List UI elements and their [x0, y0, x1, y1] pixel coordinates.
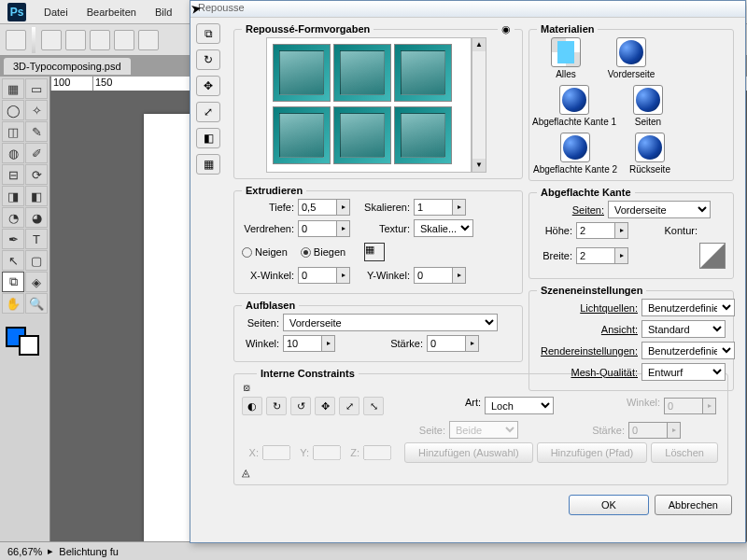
verdrehen-input[interactable] [298, 220, 337, 237]
radio-neigen[interactable]: Neigen [242, 246, 288, 258]
skalieren-input[interactable] [414, 199, 453, 216]
kante-seiten-select[interactable]: Vorderseite [608, 201, 711, 218]
preset-4[interactable] [273, 106, 331, 164]
shape-tool[interactable]: ▢ [25, 250, 48, 271]
preset-6[interactable] [394, 106, 452, 164]
mat-bevel2[interactable]: Abgeflachte Kante 2 [537, 133, 613, 175]
textur-select[interactable]: Skalie... [414, 219, 473, 237]
mat-bevel1[interactable]: Abgeflachte Kante 1 [537, 85, 612, 127]
vtool-5[interactable]: ◧ [196, 128, 220, 148]
path-tool[interactable]: ↖ [2, 250, 24, 271]
preset-scrollbar[interactable]: ▲▼ [472, 37, 486, 173]
opt-3[interactable] [65, 30, 86, 50]
brush-tool[interactable]: ✐ [25, 143, 48, 163]
hand-tool[interactable]: ✋ [2, 293, 24, 314]
radio-biegen[interactable]: Biegen [301, 246, 345, 258]
cancel-button[interactable]: Abbrechen [655, 495, 732, 515]
ok-button[interactable]: OK [569, 495, 649, 515]
history-tool[interactable]: ⟳ [25, 164, 48, 185]
toolbox: ▦ ▭ ◯ ✧ ◫ ✎ ◍ ✐ ⊟ ⟳ ◨ ◧ ◔ ◕ ✒ T ↖ ▢ ⧉ ◈ … [0, 77, 50, 560]
menu-edit[interactable]: Bearbeiten [78, 4, 145, 21]
opt-4[interactable] [90, 30, 110, 50]
preset-menu-icon[interactable]: ◉ [498, 23, 514, 35]
aufblasen-seiten-select[interactable]: Vorderseite [283, 314, 498, 331]
gradient-tool[interactable]: ◧ [25, 186, 48, 206]
section-aufblasen: Aufblasen Seiten: Vorderseite Winkel: ▸ … [233, 305, 523, 362]
mat-front[interactable]: Vorderseite [602, 37, 660, 79]
licht-select[interactable]: Benutzerdefiniert [641, 299, 735, 316]
vtool-6[interactable]: ▦ [196, 154, 220, 175]
mesh-select[interactable]: Entwurf [641, 363, 726, 381]
add-selection-button: Hinzufügen (Auswahl) [404, 442, 533, 463]
preset-thumbs[interactable] [266, 37, 472, 173]
mat-alles[interactable]: Alles [537, 37, 595, 79]
hoehe-input[interactable] [576, 222, 615, 239]
mat-back[interactable]: Rückseite [621, 133, 679, 175]
seite-select: Beide [449, 421, 518, 439]
xwinkel-input[interactable] [298, 267, 337, 284]
preset-3[interactable] [394, 44, 452, 102]
breite-input[interactable] [576, 247, 615, 264]
vtool-2[interactable]: ↻ [196, 49, 220, 70]
document-tab[interactable]: 3D-Typocomposing.psd [4, 58, 131, 75]
opt-2[interactable] [41, 30, 62, 50]
ic-6[interactable]: ⤡ [363, 397, 384, 415]
section-kante: Abgeflachte Kante Seiten: Vorderseite Hö… [529, 192, 734, 279]
c-staerke-input [628, 422, 668, 439]
c-winkel-input [664, 398, 703, 414]
blur-tool[interactable]: ◔ [2, 207, 24, 228]
repousse-dialog: Repousse ⧉ ↻ ✥ ⤢ ◧ ▦ Repoussé-Formvorgab… [190, 0, 746, 543]
ic-2[interactable]: ↻ [266, 397, 287, 415]
aufblasen-winkel-input[interactable] [283, 335, 322, 352]
preset-1[interactable] [273, 44, 331, 102]
mat-sides[interactable]: Seiten [619, 85, 677, 127]
zoom-tool[interactable]: 🔍 [25, 293, 48, 314]
preset-2[interactable] [333, 44, 391, 102]
lasso-tool[interactable]: ◯ [2, 100, 24, 120]
kontur-picker[interactable] [699, 243, 726, 269]
select-tool[interactable]: ▭ [25, 78, 48, 99]
menu-image[interactable]: Bild [147, 4, 180, 21]
section-szene: Szeneneinstellungen Lichtquellen:Benutze… [529, 290, 734, 391]
vtool-1[interactable]: ⧉ [196, 23, 220, 44]
crop-tool[interactable]: ◫ [2, 121, 24, 142]
mesh-icon[interactable]: ◬ [242, 467, 268, 479]
3d-cam-tool[interactable]: ◈ [25, 272, 48, 292]
render-select[interactable]: Benutzerdefiniert [641, 342, 735, 359]
opt-1[interactable] [6, 30, 26, 50]
pen-tool[interactable]: ✒ [2, 229, 24, 249]
cursor-icon: ➤ [190, 0, 204, 17]
dodge-tool[interactable]: ◕ [25, 207, 48, 228]
qr-icon[interactable]: ▦ [364, 243, 385, 261]
type-tool[interactable]: T [25, 229, 48, 249]
heal-tool[interactable]: ◍ [2, 143, 24, 163]
eraser-tool[interactable]: ◨ [2, 186, 24, 206]
background-color[interactable] [19, 335, 39, 356]
ic-3[interactable]: ↺ [290, 397, 311, 415]
section-formvorgaben: Repoussé-Formvorgaben ◉ ▲▼ [233, 29, 523, 179]
app-logo: Ps [7, 3, 26, 21]
opt-5[interactable] [114, 30, 134, 50]
wand-tool[interactable]: ✧ [25, 100, 48, 120]
move-tool[interactable]: ▦ [2, 78, 24, 99]
ansicht-select[interactable]: Standard [641, 320, 726, 338]
3d-tool[interactable]: ⧉ [2, 272, 24, 292]
delete-button: Löschen [651, 442, 718, 463]
ic-1[interactable]: ◐ [242, 397, 262, 415]
eyedrop-tool[interactable]: ✎ [25, 121, 48, 142]
art-select[interactable]: Loch [485, 397, 554, 414]
tiefe-input[interactable] [298, 199, 337, 216]
ywinkel-input[interactable] [414, 267, 453, 284]
collapse-icon[interactable]: ⦻ [242, 382, 252, 393]
menu-file[interactable]: Datei [35, 4, 77, 21]
aufblasen-staerke-input[interactable] [427, 335, 466, 352]
opt-6[interactable] [138, 30, 159, 50]
stamp-tool[interactable]: ⊟ [2, 164, 24, 185]
dialog-title: Repousse [190, 1, 745, 18]
vtool-3[interactable]: ✥ [196, 76, 220, 96]
ic-4[interactable]: ✥ [315, 397, 335, 415]
vtool-4[interactable]: ⤢ [196, 102, 220, 122]
preset-5[interactable] [333, 106, 391, 164]
ic-5[interactable]: ⤢ [339, 397, 359, 415]
status-bar: 66,67% ▸ Belichtung fu [0, 541, 747, 560]
